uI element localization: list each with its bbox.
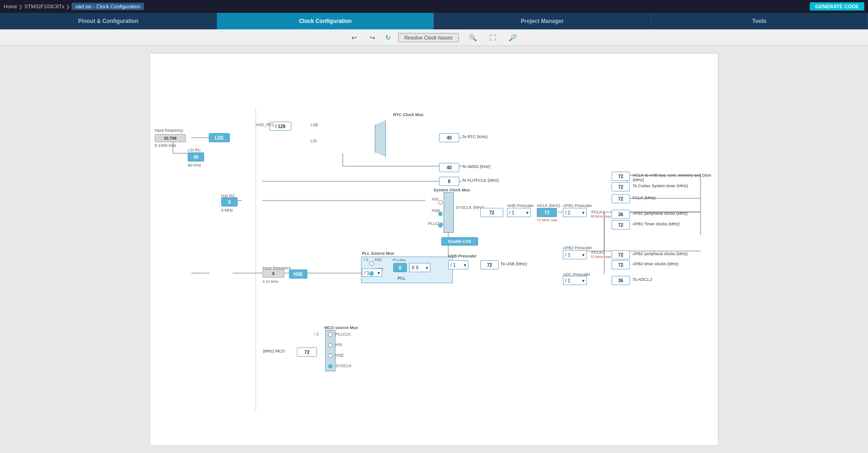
mco-sysclk-radio[interactable]	[328, 364, 333, 369]
lse-line-label: LSE	[311, 123, 318, 127]
rtc-clock-mux-label: RTC Clock Mux	[393, 112, 423, 117]
mco-div2-label: / 2	[314, 332, 319, 336]
enable-css-button[interactable]: Enable CSS	[441, 237, 478, 246]
hclk-ahb-label: HCLK to AHB bus, core, memory and DMA (M…	[633, 173, 718, 182]
mco-hse-radio[interactable]	[328, 353, 333, 358]
mco-pllclk-radio[interactable]	[328, 332, 333, 337]
ahb-prescaler-dropdown[interactable]: / 1▾	[507, 208, 531, 217]
usb-div-dropdown[interactable]: / 1▾	[448, 260, 468, 269]
pll-input-value[interactable]: 8	[393, 263, 407, 272]
apb1-timer-value[interactable]: 72	[612, 220, 630, 229]
to-iwdg-label: To IWDG (KHz)	[462, 164, 490, 169]
lse-freq-range: 0-1000 KHz	[155, 143, 177, 148]
pll-hsi-label: HSI	[375, 257, 382, 262]
apb2-timer-label: APB2 timer clocks (MHz)	[633, 262, 679, 266]
lsi-rc-box: 40	[188, 152, 204, 162]
pclk1-max-label: 36 MHz max	[590, 214, 611, 218]
tab-project[interactable]: Project Manager	[434, 13, 651, 29]
fclk-label: FCLK (MHz)	[633, 196, 656, 200]
fit-button[interactable]: ⛶	[487, 33, 499, 42]
mux-hsi-label: HSI	[432, 197, 439, 201]
tab-clock[interactable]: Clock Configuration	[217, 13, 434, 29]
hsi-mhz-label: 8 MHz	[221, 208, 233, 213]
topbar: Home ❯ STM32F103C8Tx ❯ uart.ioc - Clock …	[0, 0, 868, 13]
undo-button[interactable]: ↩	[349, 33, 360, 42]
apb2-periph-value[interactable]: 72	[612, 250, 630, 259]
to-usb-value[interactable]: 72	[480, 260, 499, 269]
apb2-prescaler-dropdown[interactable]: / 1▾	[563, 250, 587, 259]
fclk-value[interactable]: 72	[612, 194, 630, 203]
breadcrumb-arrow-1: ❯	[19, 4, 22, 9]
breadcrumb-chip[interactable]: STM32F103C8Tx	[24, 4, 64, 9]
hclk-ahb-value[interactable]: 72	[612, 172, 630, 181]
mux-hse-radio[interactable]	[438, 212, 443, 216]
usb-prescaler-label: USB Prescaler	[448, 254, 477, 258]
adc-value[interactable]: 36	[612, 276, 630, 285]
to-rtc-label: To RTC (KHz)	[462, 134, 488, 139]
to-rtc-value[interactable]: 40	[439, 133, 459, 142]
adc-label: To ADC1,2	[633, 277, 652, 282]
cortex-timer-label: To Cortex System timer (MHz)	[633, 184, 688, 188]
pll-label: PLL	[398, 276, 406, 280]
apb1-timer-label: APB1 Timer clocks (MHz)	[633, 222, 680, 226]
hclk-max-label: 72 MHz max	[537, 218, 557, 222]
breadcrumb-arrow-2: ❯	[66, 4, 70, 9]
mco-output-label: (MHz) MCO	[263, 349, 285, 353]
pll-hsi-radio[interactable]	[369, 261, 374, 266]
generate-code-button[interactable]: GENERATE CODE	[810, 2, 864, 11]
apb1-prescaler-dropdown[interactable]: / 2▾	[563, 208, 587, 217]
zoom-out-button[interactable]: 🔎	[506, 33, 519, 42]
mco-hsi-radio[interactable]	[328, 343, 333, 347]
pll-mul-label: *PLLMul	[392, 258, 406, 262]
pll-source-mux-label: PLL Source Mux	[362, 251, 394, 256]
apb1-periph-value[interactable]: 36	[612, 210, 630, 219]
lsi-khz-label: 40 KHz	[188, 163, 201, 168]
tab-bar: Pinout & Configuration Clock Configurati…	[0, 13, 868, 29]
clock-diagram: RTC Clock Mux Input frequency 32.768 0-1…	[150, 53, 718, 446]
apb1-periph-label: APB1 peripheral clocks (MHz)	[633, 211, 688, 216]
pll-hsi-div2-label: / 2	[364, 257, 368, 262]
breadcrumb-home[interactable]: Home	[4, 4, 17, 9]
flitfclk-label: To FLITFCLK (MHz)	[462, 178, 499, 183]
to-iwdg-value[interactable]: 40	[439, 163, 459, 172]
vertical-separator	[256, 108, 256, 411]
breadcrumb-file[interactable]: uart.ioc - Clock Configuration	[72, 3, 144, 10]
tab-pinout[interactable]: Pinout & Configuration	[0, 13, 217, 29]
mco-hse-label: HSE	[335, 353, 344, 358]
flitfclk-value[interactable]: 8	[439, 177, 459, 186]
sysclk-value[interactable]: 72	[480, 208, 503, 217]
diagram-lines	[150, 54, 718, 403]
hclk-value-box[interactable]: 72	[537, 208, 557, 217]
mco-sysclk-label: SYSCLK	[335, 364, 352, 368]
pclk2-label: PCLK2	[591, 250, 605, 255]
mux-hsi-radio[interactable]	[438, 200, 443, 205]
apb2-timer-value[interactable]: 72	[612, 260, 630, 269]
mco-value[interactable]: 72	[297, 347, 317, 357]
mux-pllclk-radio[interactable]	[438, 223, 443, 228]
mco-hsi-label: HSI	[335, 342, 342, 347]
apb2-periph-label: APB2 peripheral clocks (MHz)	[633, 252, 688, 256]
hse-freq-input[interactable]: 8	[262, 269, 284, 278]
sysclk-mux-label: System Clock Mux	[434, 188, 470, 192]
pclk2-max-label: 72 MHz max	[590, 255, 611, 259]
zoom-in-button[interactable]: 🔍	[466, 33, 479, 42]
apb2-prescaler-label: APB2 Prescaler	[563, 246, 592, 250]
resolve-clock-button[interactable]: Resolve Clock Issues	[398, 33, 458, 42]
mco-pllclk-label: PLLCLK	[335, 332, 351, 336]
hclk-label: HCLK (MHz)	[537, 203, 560, 208]
rtc-mux-shape	[375, 120, 386, 157]
apb1-prescaler-label: APB1 Prescaler	[563, 203, 592, 208]
redo-button[interactable]: ↪	[367, 33, 378, 42]
pll-hse-radio[interactable]	[369, 271, 374, 276]
lse-freq-input[interactable]: 32.768	[155, 134, 186, 142]
cortex-timer-value[interactable]: 72	[612, 182, 630, 191]
ahb-prescaler-label: AHB Prescaler	[507, 203, 534, 208]
lsi-rc-label: LSI RC	[188, 148, 201, 152]
mco-source-mux-label: MCO source Mux	[324, 325, 358, 330]
tab-tools[interactable]: Tools	[651, 13, 868, 29]
hsi-rc-box: 8	[221, 197, 238, 207]
adc-prescaler-dropdown[interactable]: / 2▾	[563, 276, 587, 285]
pclk1-label: PCLK1	[591, 210, 605, 214]
pll-mul-dropdown[interactable]: X 9▾	[409, 263, 430, 272]
hse-rtc-line-label: HSE_RTC	[256, 123, 275, 127]
